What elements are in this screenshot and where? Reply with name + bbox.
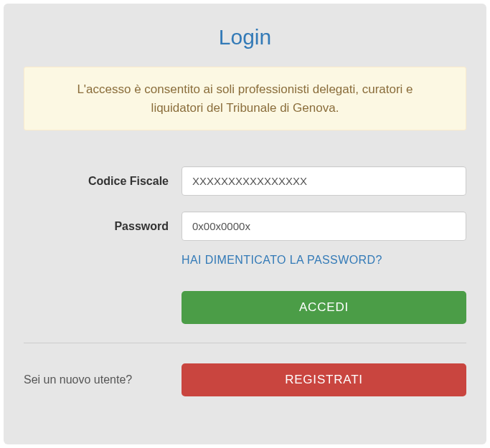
password-row: Password [24,211,466,241]
login-card: Login L'accesso è consentito ai soli pro… [4,4,486,444]
page-title: Login [24,25,466,49]
register-prompt: Sei un nuovo utente? [24,373,182,386]
password-label: Password [24,220,182,233]
password-input[interactable] [182,211,466,241]
codice-fiscale-row: Codice Fiscale [24,166,466,196]
login-button[interactable]: ACCEDI [182,291,466,324]
register-button[interactable]: REGISTRATI [182,363,466,396]
login-button-row: ACCEDI [24,291,466,324]
register-row: Sei un nuovo utente? REGISTRATI [24,363,466,396]
codice-fiscale-input[interactable] [182,166,466,196]
register-button-wrap: REGISTRATI [182,363,466,396]
divider [24,343,466,343]
forgot-link-row: HAI DIMENTICATO LA PASSWORD? [24,254,466,267]
access-notice: L'accesso è consentito ai soli professio… [24,67,466,130]
forgot-password-link[interactable]: HAI DIMENTICATO LA PASSWORD? [182,254,382,266]
codice-fiscale-label: Codice Fiscale [24,175,182,188]
